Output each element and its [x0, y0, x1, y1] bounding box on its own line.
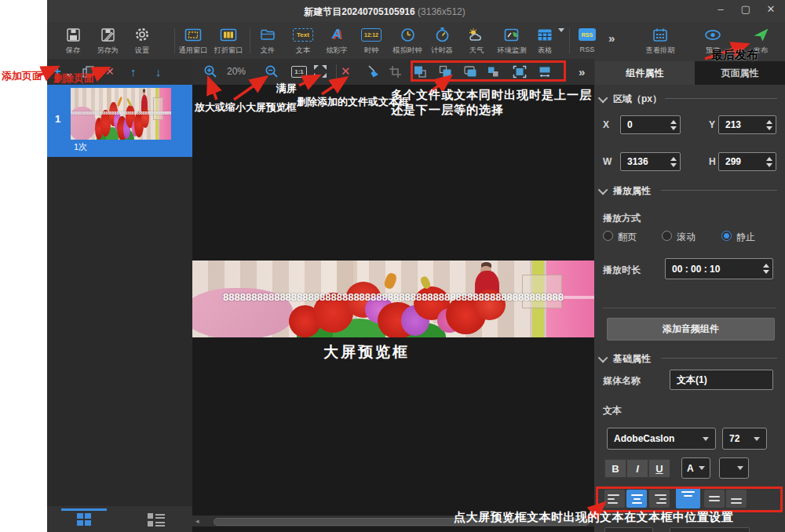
- w-spinner[interactable]: [667, 157, 677, 167]
- minimize-button[interactable]: –: [714, 3, 727, 15]
- font-color-select[interactable]: A: [681, 457, 710, 479]
- main-toolbar: 保存 另存为 设置 通用窗口 打折窗口 文件: [47, 22, 785, 60]
- list-view-button[interactable]: [148, 513, 165, 527]
- radio-scroll[interactable]: [662, 231, 672, 241]
- send-backward-button[interactable]: [486, 63, 500, 80]
- preview-button[interactable]: 预览: [696, 25, 730, 56]
- horizontal-scrollbar[interactable]: ◂: [192, 516, 594, 527]
- x-spinner[interactable]: [667, 120, 677, 130]
- table-button[interactable]: 表格: [528, 25, 562, 56]
- bring-to-front-button[interactable]: [413, 63, 427, 80]
- font-size-select[interactable]: 72: [722, 428, 767, 450]
- screen-preview[interactable]: 8888888888888888888888888888888888888888…: [192, 261, 594, 337]
- stretch-horizontal-button[interactable]: [538, 63, 552, 80]
- page-list-item-selected[interactable]: 1 88888888888888888888888888888888888888…: [47, 85, 192, 157]
- scrollbar-left-arrow[interactable]: ◂: [195, 517, 199, 525]
- big-screen-canvas[interactable]: 8888888888888888888888888888888888888888…: [192, 85, 594, 532]
- colorful-text-button[interactable]: A 炫彩字: [319, 25, 354, 56]
- settings-button[interactable]: 设置: [125, 25, 159, 56]
- preview-repeated-text[interactable]: 8888888888888888888888888888888888888888…: [192, 291, 594, 303]
- w-input[interactable]: 3136: [620, 152, 681, 171]
- bring-forward-button[interactable]: [463, 63, 477, 80]
- send-to-back-button[interactable]: [438, 63, 452, 80]
- delete-page-button[interactable]: ✕: [105, 63, 115, 80]
- duration-input[interactable]: 00 : 00 : 10: [665, 258, 773, 279]
- radio-scroll-label[interactable]: 滚动: [677, 231, 696, 244]
- canvas-toolbar-more-icon[interactable]: »: [579, 65, 585, 78]
- add-page-caret[interactable]: [66, 67, 72, 84]
- fill-region-button[interactable]: [513, 63, 527, 80]
- h-spinner[interactable]: [763, 157, 772, 167]
- duration-spinner[interactable]: [760, 264, 769, 274]
- add-page-button[interactable]: +: [53, 63, 61, 80]
- split-window-button[interactable]: 打折窗口: [208, 25, 249, 56]
- publish-button[interactable]: 发布: [743, 25, 778, 56]
- background-color-select[interactable]: [719, 457, 749, 479]
- fill-region-icon: [513, 65, 527, 78]
- tab-page-properties[interactable]: 页面属性: [695, 61, 785, 85]
- preview-repeated-text[interactable]: 8888888888888888888888888888888888888888…: [71, 111, 171, 115]
- radio-flip-label[interactable]: 翻页: [618, 231, 637, 244]
- close-button[interactable]: ✕: [765, 3, 777, 15]
- flower-photo: 8888888888888888888888888888888888888888…: [71, 88, 171, 140]
- table-dropdown-caret[interactable]: [558, 32, 564, 46]
- clear-button[interactable]: [367, 63, 381, 80]
- env-monitor-button[interactable]: 环境监测: [491, 25, 532, 56]
- actual-size-button[interactable]: 1:1: [291, 63, 307, 80]
- x-label: X: [603, 119, 609, 130]
- save-as-button[interactable]: 另存为: [90, 25, 125, 56]
- radio-flip[interactable]: [603, 231, 613, 241]
- align-center-button[interactable]: [626, 490, 647, 508]
- valign-bottom-button[interactable]: [726, 490, 747, 508]
- maximize-button[interactable]: ▢: [739, 3, 752, 15]
- zoom-in-button[interactable]: [203, 63, 217, 80]
- save-button[interactable]: 保存: [56, 25, 90, 56]
- valign-middle-button[interactable]: [704, 490, 725, 508]
- y-spinner[interactable]: [763, 120, 772, 130]
- radio-static-label[interactable]: 静止: [736, 231, 755, 244]
- program-name: 新建节目20240705105916: [304, 6, 414, 17]
- section-divider: [661, 358, 777, 359]
- timer-icon: [425, 25, 459, 44]
- timer-button[interactable]: 计时器: [425, 25, 459, 56]
- play-section-header[interactable]: 播放属性: [601, 184, 651, 198]
- add-audio-button[interactable]: 添加音频组件: [607, 318, 775, 341]
- toolbar-more-icon[interactable]: »: [608, 31, 615, 45]
- chevron-down-icon: [699, 466, 705, 470]
- page-thumbnail[interactable]: 8888888888888888888888888888888888888888…: [71, 88, 171, 140]
- media-name-input[interactable]: 文本(1): [670, 370, 773, 390]
- underline-button[interactable]: U: [648, 459, 670, 478]
- region-section-header[interactable]: 区域（px）: [601, 93, 662, 106]
- toolbar-separator: [336, 64, 337, 79]
- copy-page-button[interactable]: [82, 63, 95, 80]
- radio-static[interactable]: [721, 231, 732, 241]
- italic-button[interactable]: I: [626, 459, 648, 478]
- text-button[interactable]: Text 文本: [286, 25, 320, 56]
- move-page-down-button[interactable]: ↓: [155, 63, 162, 80]
- grid-view-button[interactable]: [77, 513, 92, 527]
- file-button[interactable]: 文件: [250, 25, 285, 56]
- y-input[interactable]: 213: [718, 115, 776, 134]
- tab-component-properties[interactable]: 组件属性: [595, 61, 695, 85]
- valign-top-button[interactable]: [676, 487, 700, 508]
- font-family-select[interactable]: AdobeCaslon: [607, 428, 716, 450]
- delete-object-button[interactable]: ✕: [341, 63, 351, 80]
- scrollbar-thumb[interactable]: [214, 518, 590, 526]
- align-left-button[interactable]: [604, 490, 625, 508]
- h-input[interactable]: 299: [718, 152, 776, 171]
- window-title: 新建节目20240705105916 (3136x512): [267, 5, 502, 19]
- rss-button[interactable]: RSS RSS: [570, 25, 604, 53]
- crop-button[interactable]: [389, 63, 402, 80]
- align-right-button[interactable]: [649, 490, 670, 508]
- fit-screen-button[interactable]: [313, 63, 327, 80]
- x-input[interactable]: 0: [620, 115, 681, 134]
- move-page-up-button[interactable]: ↑: [130, 63, 137, 80]
- schedule-button[interactable]: 查看排期: [640, 25, 681, 56]
- zoom-out-button[interactable]: [265, 63, 279, 80]
- basic-section-header[interactable]: 基础属性: [601, 352, 651, 366]
- weather-button[interactable]: 天气: [459, 25, 494, 56]
- bold-button[interactable]: B: [604, 459, 626, 478]
- clock-button[interactable]: 12:12 时钟: [354, 25, 389, 56]
- chevron-down-icon: [703, 437, 709, 441]
- analog-clock-button[interactable]: 模拟时钟: [387, 25, 428, 56]
